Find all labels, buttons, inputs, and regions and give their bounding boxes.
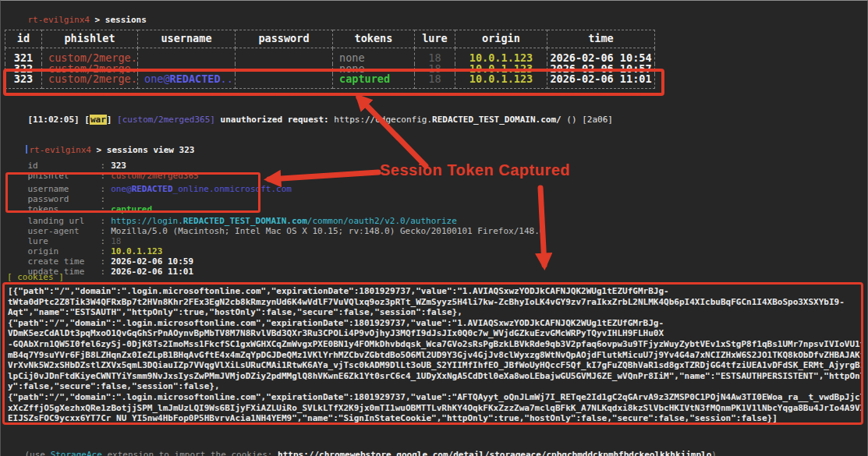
terminal-screen[interactable]: rt-evilginx4 > sessions id phishlet user…	[0, 0, 868, 456]
cell-time: 2026-02-06 10:57	[547, 64, 655, 75]
cookie-line: [{"path":"/","domain":".login.microsofto…	[8, 286, 861, 297]
storageace-extension-name: StorageAce	[51, 450, 102, 456]
cell-password	[236, 74, 333, 88]
footer-text: (use	[25, 450, 51, 456]
cell-origin: 10.0.1.123	[455, 74, 547, 88]
cookie-line: EIJSZsFOC9ycxx6YT7Cr_NU_YI5nw4HbFop0P5HB…	[8, 413, 861, 424]
cell-origin: 10.0.1.123	[455, 64, 547, 75]
cell-time: 2026-02-06 11:01	[547, 74, 655, 88]
annotation-session-token-captured: Session Token Captured	[380, 161, 570, 179]
cell-password	[236, 64, 333, 75]
detail-colon: :	[101, 267, 106, 277]
sessions-table: id phishlet username password tokens lur…	[5, 30, 655, 89]
cell-lure: 18	[415, 74, 455, 88]
cell-username	[138, 64, 236, 75]
cookies-json-box: [{"path":"/","domain":".login.microsofto…	[2, 282, 863, 425]
cookie-line: {"path":"/","domain":".login.microsofton…	[8, 392, 861, 403]
cookie-line: lpCij0vJDnFtdKiyeCWNTYiYsmm9NvJxsIysZwPM…	[8, 371, 861, 382]
prompt-separator: >	[90, 15, 105, 25]
chromewebstore-link[interactable]: https://chromewebstore.google.com/detail…	[278, 450, 711, 456]
log-bracket: ]	[107, 115, 117, 125]
cell-tokens: captured	[333, 74, 415, 88]
footer-hint-line: (use StorageAce extension to import the …	[4, 440, 717, 456]
session-row-323: 323 custom/2merge... one@REDACTED..... c…	[5, 74, 655, 88]
detail-username-redacted: REDACTED	[132, 184, 173, 194]
cookie-line: -GQAbXrn1QW5I0fel6zySj-0DjK8Ts2ImoMss1Fk…	[8, 339, 861, 350]
log-line-unauthorized: [11:02:05] [war] [custom/2merged365] una…	[7, 104, 613, 135]
cell-id: 321	[5, 48, 42, 64]
cell-username	[138, 48, 236, 64]
cell-tokens: none	[333, 48, 415, 64]
cell-password	[236, 48, 333, 64]
cookie-line: VrXvNk5W2xSHbDZstlZXVx5qmL3DQiauIZp7VVqg…	[8, 360, 861, 371]
detail-username-prefix: one@	[111, 184, 132, 194]
col-header-username: username	[138, 30, 236, 48]
sessions-table-header: id phishlet username password tokens lur…	[5, 30, 655, 48]
log-url-domain: REDACTED_TEST_DOMAIN.com/	[432, 115, 562, 125]
detail-value-update-time: 2026-02-06 11:01	[111, 267, 193, 277]
cookie-line: mB4q7Y9suYVr6FjB8LZHqnZx0IeZLpB1BHqAvGft…	[8, 350, 861, 361]
log-message: unauthorized request:	[221, 115, 335, 125]
cookie-line: VDmK5ezCdAlDt3pqMxoO1QvGqGhSrPnAOynvBpMb…	[8, 328, 861, 339]
log-level-badge: war	[90, 115, 107, 125]
cookie-line: Aqt","name":"ESTSAUTH","httpOnly":true,"…	[8, 307, 861, 318]
cell-time: 2026-02-06 10:54	[547, 48, 655, 64]
prompt-host: rt-evilginx4	[28, 15, 90, 25]
username-prefix: one@	[144, 74, 170, 85]
col-header-password: password	[236, 30, 333, 48]
session-row-321: 321 custom/2merge... none 18 10.0.1.123 …	[5, 48, 655, 64]
cell-phishlet: custom/2merge...	[42, 74, 138, 88]
username-suffix: .....	[221, 74, 236, 85]
cell-id: 322	[5, 64, 42, 75]
username-redacted: REDACTED	[170, 74, 221, 85]
log-url-prefix: https://edgeconfig.	[334, 115, 432, 125]
cookie-line: xXcZffjO5gXezhxQRe1zBotjjSPM_lmJmUzLQI9W…	[8, 403, 861, 414]
log-url-suffix: () [2a06]	[562, 115, 613, 125]
cell-lure: 18	[415, 64, 455, 75]
cookie-line: tWta0dPtc2Z8Tik3W4QFRxBp7t2HVn8Khr2FEx3E…	[8, 297, 861, 308]
cell-phishlet: custom/2merge...	[42, 64, 138, 75]
footer-text: extension to import the cookies:	[102, 450, 278, 456]
cell-id: 323	[5, 74, 42, 88]
log-phishlet-tag: [custom/2merged365]	[117, 115, 220, 125]
cookies-section-header: [ cookies ]	[7, 272, 64, 282]
col-header-time: time	[547, 30, 655, 48]
cell-lure: 18	[415, 48, 455, 64]
cell-origin: 10.0.1.123	[455, 48, 547, 64]
col-header-phishlet: phishlet	[42, 30, 138, 48]
cookie-line: y":false,"secure":false,"session":false}…	[8, 381, 861, 392]
col-header-origin: origin	[455, 30, 547, 48]
cell-tokens: none	[333, 64, 415, 75]
cookie-line: {"path":"/","domain":".login.microsofton…	[8, 318, 861, 329]
col-header-lure: lure	[415, 30, 455, 48]
log-timestamp: [11:02:05]	[28, 115, 85, 125]
cell-phishlet: custom/2merge...	[42, 48, 138, 64]
detail-value-user-agent: Mozilla/5.0 (Macintosh; Intel Mac OS X 1…	[111, 226, 544, 236]
detail-username-suffix: _online.onmicrosoft.com	[173, 184, 292, 194]
log-bracket: [	[84, 115, 90, 125]
col-header-tokens: tokens	[333, 30, 415, 48]
footer-text: )	[711, 450, 717, 456]
cell-username: one@REDACTED.....	[138, 74, 236, 88]
col-header-id: id	[5, 30, 42, 48]
session-row-322: 322 custom/2merge... none 18 10.0.1.123 …	[5, 64, 655, 75]
prompt-command: sessions	[105, 15, 147, 25]
